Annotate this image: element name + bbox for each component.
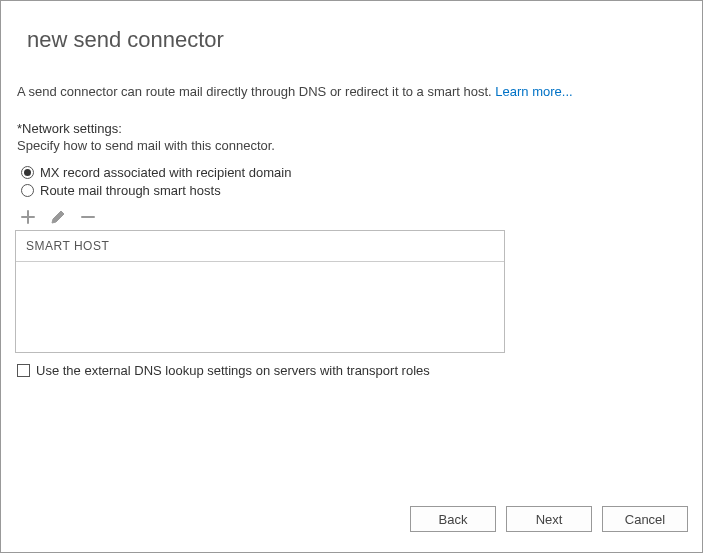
grid-toolbar [19,208,688,226]
page-title: new send connector [27,27,688,53]
radio-label-smarthost: Route mail through smart hosts [40,183,221,198]
smart-host-grid: SMART HOST [15,230,505,353]
radio-option-mx[interactable]: MX record associated with recipient doma… [21,165,688,180]
checkbox-icon [17,364,30,377]
grid-header: SMART HOST [16,231,504,262]
dialog-window: new send connector A send connector can … [0,0,703,553]
description-prefix: A send connector can route mail directly… [17,84,495,99]
network-settings-label: *Network settings: [17,121,688,136]
radio-label-mx: MX record associated with recipient doma… [40,165,291,180]
radio-icon [21,184,34,197]
footer-buttons: Back Next Cancel [410,506,688,532]
learn-more-link[interactable]: Learn more... [495,84,572,99]
description-text: A send connector can route mail directly… [17,83,688,101]
radio-icon [21,166,34,179]
external-dns-label: Use the external DNS lookup settings on … [36,363,430,378]
add-icon[interactable] [19,208,37,226]
network-radio-group: MX record associated with recipient doma… [21,165,688,198]
external-dns-checkbox-row[interactable]: Use the external DNS lookup settings on … [17,363,688,378]
cancel-button[interactable]: Cancel [602,506,688,532]
next-button[interactable]: Next [506,506,592,532]
network-settings-hint: Specify how to send mail with this conne… [17,138,688,153]
edit-icon[interactable] [49,208,67,226]
back-button[interactable]: Back [410,506,496,532]
grid-body[interactable] [16,262,504,352]
radio-option-smarthost[interactable]: Route mail through smart hosts [21,183,688,198]
remove-icon[interactable] [79,208,97,226]
